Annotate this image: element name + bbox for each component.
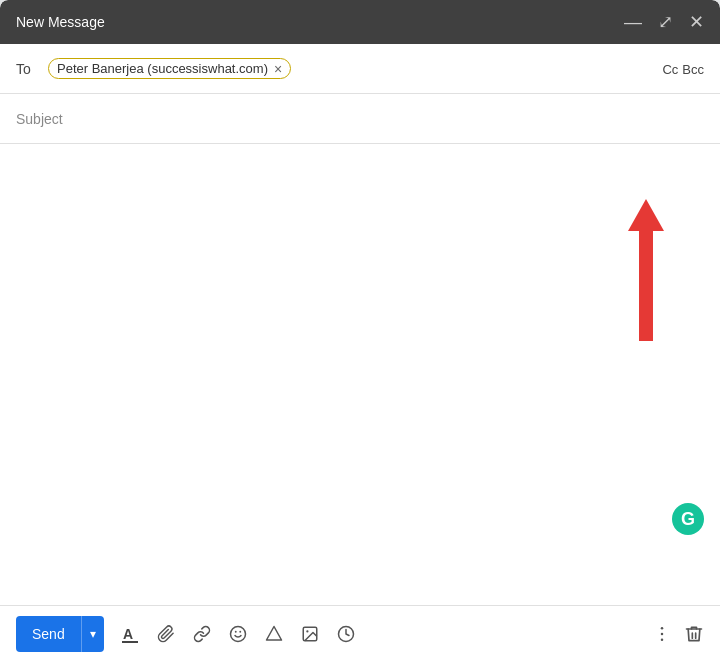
to-label: To xyxy=(16,61,36,77)
svg-point-9 xyxy=(661,626,664,629)
to-row: To Peter Banerjea (successiswhat.com) × … xyxy=(0,44,720,94)
cc-button[interactable]: Cc xyxy=(662,61,678,76)
subject-row xyxy=(0,94,720,144)
title-bar-controls: — ⤢ ✕ xyxy=(624,13,704,31)
cc-bcc-area: Cc Bcc xyxy=(662,61,704,76)
toolbar-right xyxy=(652,624,704,644)
svg-point-7 xyxy=(306,630,308,632)
expand-button[interactable]: ⤢ xyxy=(658,13,673,31)
svg-text:A: A xyxy=(123,626,133,642)
drive-icon[interactable] xyxy=(260,620,288,648)
arrow-head xyxy=(628,199,664,231)
link-icon[interactable] xyxy=(188,620,216,648)
message-body[interactable] xyxy=(0,144,720,184)
grammarly-button[interactable]: G xyxy=(672,503,704,535)
compose-body-wrapper: G xyxy=(0,144,720,605)
recipient-chip[interactable]: Peter Banerjea (successiswhat.com) × xyxy=(48,58,291,79)
schedule-send-icon[interactable] xyxy=(332,620,360,648)
more-options-button[interactable] xyxy=(652,624,672,644)
delete-button[interactable] xyxy=(684,624,704,644)
close-button[interactable]: ✕ xyxy=(689,13,704,31)
compose-title: New Message xyxy=(16,14,105,30)
recipient-name: Peter Banerjea (successiswhat.com) xyxy=(57,61,268,76)
bcc-button[interactable]: Bcc xyxy=(682,61,704,76)
compose-window: New Message — ⤢ ✕ To Peter Banerjea (suc… xyxy=(0,0,720,661)
remove-recipient-button[interactable]: × xyxy=(274,62,282,76)
format-text-icon[interactable]: A xyxy=(116,620,144,648)
toolbar: Send ▾ A xyxy=(0,605,720,661)
toolbar-icons: A xyxy=(116,620,648,648)
svg-point-11 xyxy=(661,638,664,641)
image-icon[interactable] xyxy=(296,620,324,648)
minimize-button[interactable]: — xyxy=(624,13,642,31)
emoji-icon[interactable] xyxy=(224,620,252,648)
svg-point-2 xyxy=(230,626,245,641)
send-dropdown-arrow[interactable]: ▾ xyxy=(82,616,104,652)
send-button[interactable]: Send ▾ xyxy=(16,616,104,652)
svg-point-10 xyxy=(661,632,664,635)
attach-icon[interactable] xyxy=(152,620,180,648)
svg-marker-5 xyxy=(266,626,281,640)
send-label: Send xyxy=(16,616,82,652)
arrow-shaft xyxy=(639,231,653,341)
subject-input[interactable] xyxy=(16,111,704,127)
title-bar: New Message — ⤢ ✕ xyxy=(0,0,720,44)
red-arrow-annotation xyxy=(628,199,664,341)
grammarly-icon: G xyxy=(681,509,695,530)
